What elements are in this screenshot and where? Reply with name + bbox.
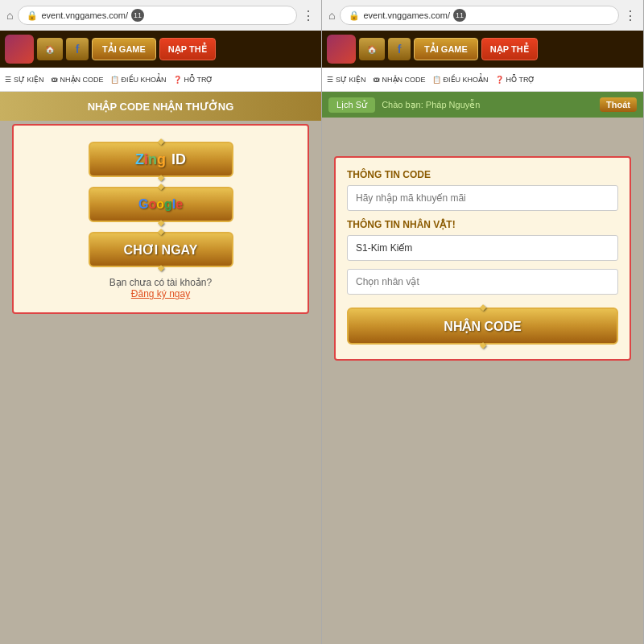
sukien-icon-right: ☰ — [327, 76, 333, 84]
left-subnav-nhancode[interactable]: 🎟 NHẬN CODE — [51, 76, 104, 84]
right-fb-btn[interactable]: f — [388, 38, 411, 60]
home-icon-left[interactable]: ⌂ — [6, 9, 13, 22]
left-fb-btn[interactable]: f — [66, 38, 89, 60]
nhancode-icon-left: 🎟 — [51, 76, 58, 84]
left-logo-inner — [5, 35, 34, 64]
hotro-label-left: HỖ TRỢ — [184, 76, 213, 84]
browser-container: ⌂ 🔒 event.vnggames.com/ 11 ⋮ 🏠 f TẢI GAM… — [0, 0, 644, 644]
fb-icon-left: f — [76, 43, 80, 56]
sukien-label-right: SỰ KIỆN — [336, 76, 366, 84]
logout-button[interactable]: Thoát — [600, 97, 637, 112]
logout-label: Thoát — [606, 100, 630, 109]
right-subnav-sukien[interactable]: ☰ SỰ KIỆN — [327, 76, 366, 84]
left-address-bar: ⌂ 🔒 event.vnggames.com/ 11 ⋮ — [0, 0, 321, 31]
nhan-code-label: NHẬN CODE — [444, 319, 521, 334]
dieukhoan-label-left: ĐIỀU KHOẢN — [122, 76, 167, 84]
dieukhoan-icon-right: 📋 — [432, 76, 441, 84]
right-menu-icon[interactable]: ⋮ — [624, 8, 637, 23]
dieukhoan-icon-left: 📋 — [110, 76, 119, 84]
left-sub-nav: ☰ SỰ KIỆN 🎟 NHẬN CODE 📋 ĐIỀU KHOẢN ❓ HỖ … — [0, 68, 321, 92]
right-browser-panel: ⌂ 🔒 event.vnggames.com/ 11 ⋮ 🏠 f TẢI GAM… — [322, 0, 644, 644]
left-subnav-dieukhoan[interactable]: 📋 ĐIỀU KHOẢN — [110, 76, 167, 84]
character-input[interactable] — [347, 269, 618, 295]
lock-icon-right: 🔒 — [349, 10, 360, 21]
right-nap-the-btn[interactable]: NẠP THẺ — [481, 38, 538, 60]
hotro-label-right: HỖ TRỢ — [506, 76, 535, 84]
lock-icon-left: 🔒 — [27, 10, 38, 21]
right-tai-game-btn[interactable]: TẢI GAME — [414, 38, 478, 60]
sukien-label-left: SỰ KIỆN — [14, 76, 44, 84]
greeting-text: Chào bạn: Pháp Nguyễn — [382, 100, 593, 110]
left-page-title: NHẬP CODE NHẬN THƯỞNG — [88, 101, 234, 113]
login-panel: Zing ID Google GOOGLE CHƠI NGAY Bạn chưa… — [12, 124, 309, 314]
left-subnav-sukien[interactable]: ☰ SỰ KIỆN — [5, 76, 44, 84]
right-address-bar: ⌂ 🔒 event.vnggames.com/ 11 ⋮ — [322, 0, 643, 31]
register-link[interactable]: Đăng ký ngay — [109, 288, 212, 299]
nhancode-icon-right: 🎟 — [373, 76, 380, 84]
zing-id-label: Zing ID — [135, 151, 186, 168]
right-url-bar[interactable]: 🔒 event.vnggames.com/ 11 — [340, 6, 619, 25]
left-game-navbar: 🏠 f TẢI GAME NẠP THẺ — [0, 31, 321, 68]
zing-id-button[interactable]: Zing ID — [89, 142, 233, 177]
code-panel: THÔNG TIN CODE THÔNG TIN NHÂN VẬT! NHẬN … — [334, 156, 631, 361]
right-tab-badge: 11 — [453, 9, 466, 22]
left-url-bar[interactable]: 🔒 event.vnggames.com/ 11 — [18, 6, 297, 25]
fb-icon-right: f — [398, 43, 402, 56]
left-page-header: NHẬP CODE NHẬN THƯỞNG — [0, 92, 321, 121]
right-logo-inner — [327, 35, 356, 64]
choi-ngay-label: CHƠI NGAY — [124, 242, 198, 258]
nhan-code-button[interactable]: NHẬN CODE — [347, 308, 618, 345]
left-tab-badge: 11 — [131, 9, 144, 22]
right-subnav-nhancode[interactable]: 🎟 NHẬN CODE — [373, 76, 426, 84]
dieukhoan-label-right: ĐIỀU KHOẢN — [444, 76, 489, 84]
code-section-title: THÔNG TIN CODE — [347, 169, 618, 180]
left-page-content: NHẬP CODE NHẬN THƯỞNG Zing ID Google GOO… — [0, 92, 321, 644]
nap-the-label-right: NẠP THẺ — [490, 44, 529, 55]
server-input[interactable] — [347, 235, 618, 261]
right-sub-nav: ☰ SỰ KIỆN 🎟 NHẬN CODE 📋 ĐIỀU KHOẢN ❓ HỖ … — [322, 68, 643, 92]
left-home-btn[interactable]: 🏠 — [37, 38, 63, 60]
right-home-btn[interactable]: 🏠 — [359, 38, 385, 60]
choi-ngay-button[interactable]: CHƠI NGAY — [89, 232, 233, 267]
history-label: Lịch Sử — [336, 100, 367, 109]
history-button[interactable]: Lịch Sử — [328, 97, 375, 113]
left-url-text: event.vnggames.com/ — [41, 10, 128, 20]
right-game-navbar: 🏠 f TẢI GAME NẠP THẺ — [322, 31, 643, 68]
hotro-icon-left: ❓ — [173, 76, 182, 84]
left-game-logo — [5, 35, 34, 64]
no-account-section: Bạn chưa có tài khoản? Đăng ký ngay — [109, 277, 212, 299]
right-page-content: Lịch Sử Chào bạn: Pháp Nguyễn Thoát THÔN… — [322, 92, 643, 644]
right-subnav-hotro[interactable]: ❓ HỖ TRỢ — [495, 76, 535, 84]
sukien-icon-left: ☰ — [5, 76, 11, 84]
nap-the-label-left: NẠP THẺ — [168, 44, 207, 55]
left-nap-the-btn[interactable]: NẠP THẺ — [159, 38, 216, 60]
left-menu-icon[interactable]: ⋮ — [302, 8, 315, 23]
google-login-button[interactable]: Google GOOGLE — [89, 187, 233, 222]
tai-game-label-right: TẢI GAME — [424, 44, 468, 55]
right-subnav-dieukhoan[interactable]: 📋 ĐIỀU KHOẢN — [432, 76, 489, 84]
no-account-text: Bạn chưa có tài khoản? — [109, 277, 212, 288]
left-browser-panel: ⌂ 🔒 event.vnggames.com/ 11 ⋮ 🏠 f TẢI GAM… — [0, 0, 322, 644]
right-game-logo — [327, 35, 356, 64]
google-g-icon: Google — [138, 197, 183, 212]
code-input[interactable] — [347, 185, 618, 211]
right-header-bar: Lịch Sử Chào bạn: Pháp Nguyễn Thoát — [322, 92, 643, 118]
nhancode-label-right: NHẬN CODE — [382, 76, 426, 84]
home-icon-right[interactable]: ⌂ — [328, 9, 335, 22]
left-tai-game-btn[interactable]: TẢI GAME — [92, 38, 156, 60]
nhancode-label-left: NHẬN CODE — [60, 76, 104, 84]
hotro-icon-right: ❓ — [495, 76, 504, 84]
left-subnav-hotro[interactable]: ❓ HỖ TRỢ — [173, 76, 213, 84]
tai-game-label-left: TẢI GAME — [102, 44, 146, 55]
char-section-title: THÔNG TIN NHÂN VẬT! — [347, 219, 618, 230]
right-url-text: event.vnggames.com/ — [363, 10, 450, 20]
